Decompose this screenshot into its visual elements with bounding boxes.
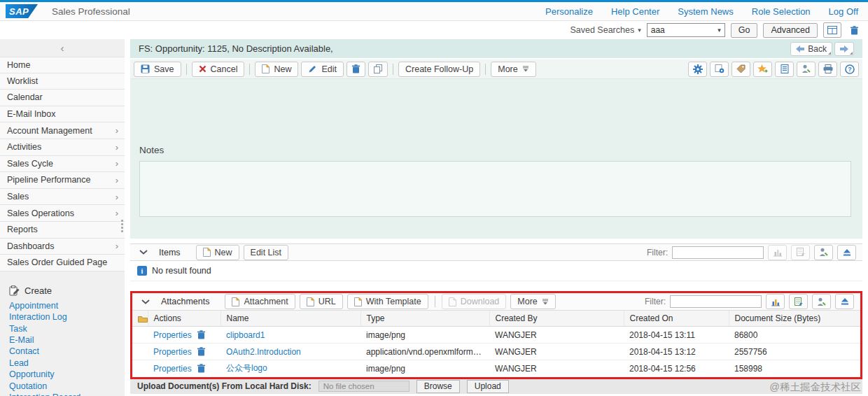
cancel-button[interactable]: Cancel xyxy=(192,62,245,77)
sidebar-item-sales-operations[interactable]: Sales Operations› xyxy=(0,205,125,222)
column-header-document-size[interactable]: Document Size (Bytes) xyxy=(729,311,860,327)
main-area: ‹ Home Worklist Calendar E-Mail Inbox Ac… xyxy=(0,39,868,396)
sidebar-item-sales-cycle[interactable]: Sales Cycle› xyxy=(0,156,125,173)
sidebar-item-pipeline-performance[interactable]: Pipeline Performance› xyxy=(0,172,125,189)
add-favorite-button[interactable] xyxy=(753,62,772,77)
chevron-down-icon xyxy=(141,299,150,304)
delete-attachment-button[interactable] xyxy=(197,364,205,373)
delete-attachment-button[interactable] xyxy=(197,347,205,356)
items-section: Items New Edit List Filter: xyxy=(130,243,862,281)
sidebar-item-worklist[interactable]: Worklist xyxy=(0,73,125,90)
url-button[interactable]: URL xyxy=(300,294,343,309)
attachment-name-link[interactable]: 公众号logo xyxy=(226,363,267,373)
sidebar-item-reports[interactable]: Reports xyxy=(0,222,125,239)
tags-button[interactable] xyxy=(732,62,750,77)
more-button[interactable]: More xyxy=(491,62,536,77)
items-edit-list-button[interactable]: Edit List xyxy=(244,245,288,260)
document-list-icon xyxy=(780,64,789,73)
sidebar-item-sales[interactable]: Sales› xyxy=(0,189,125,206)
personalize-page-button[interactable] xyxy=(710,62,729,77)
link-help-center[interactable]: Help Center xyxy=(611,6,659,17)
edit-button[interactable]: Edit xyxy=(301,62,344,77)
upload-label: Upload Document(s) From Local Hard Disk: xyxy=(137,381,312,391)
link-role-selection[interactable]: Role Selection xyxy=(752,6,811,17)
column-header-created-by[interactable]: Created By xyxy=(489,311,624,327)
column-header-actions[interactable]: Actions xyxy=(148,311,220,327)
delete-saved-search-button[interactable] xyxy=(847,26,861,35)
create-section: Create Appointment Interaction Log Task … xyxy=(0,285,125,396)
create-link-lead[interactable]: Lead xyxy=(9,358,125,369)
attachments-chart-button[interactable] xyxy=(766,294,785,309)
sidebar-resize-handle[interactable] xyxy=(121,220,123,232)
attachments-export-button[interactable] xyxy=(789,294,808,309)
create-link-opportunity[interactable]: Opportunity xyxy=(9,369,125,380)
notes-log-button[interactable] xyxy=(775,62,794,77)
link-personalize[interactable]: Personalize xyxy=(545,6,593,17)
go-button[interactable]: Go xyxy=(731,23,758,38)
help-button[interactable]: ? xyxy=(840,62,859,77)
items-filter-input[interactable] xyxy=(672,246,764,259)
saved-searches-dropdown[interactable]: Saved Searches ▾ xyxy=(570,25,640,35)
copy-button[interactable] xyxy=(368,62,388,77)
manage-saved-searches-button[interactable] xyxy=(823,22,841,38)
attachments-filter-input[interactable] xyxy=(670,295,762,308)
sidebar-item-home[interactable]: Home xyxy=(0,57,125,73)
with-template-button[interactable]: With Template xyxy=(347,294,428,309)
link-log-off[interactable]: Log Off xyxy=(829,6,858,17)
column-header-created-on[interactable]: Created On xyxy=(624,311,729,327)
save-button[interactable]: Save xyxy=(134,62,181,77)
settings-button[interactable] xyxy=(688,62,707,77)
properties-link[interactable]: Properties xyxy=(153,347,192,357)
attachments-collapse-panel-button[interactable] xyxy=(835,294,854,309)
delete-button[interactable] xyxy=(346,62,365,77)
browse-button[interactable]: Browse xyxy=(416,380,460,393)
chevron-right-icon: › xyxy=(115,125,118,136)
create-link-interaction-record[interactable]: Interaction Record xyxy=(9,392,125,396)
items-collapse-panel-button[interactable] xyxy=(837,245,856,260)
items-collapse-button[interactable] xyxy=(136,250,150,255)
delete-attachment-button[interactable] xyxy=(197,330,205,339)
attachments-collapse-button[interactable] xyxy=(139,299,153,304)
attachment-button[interactable]: Attachment xyxy=(225,294,295,309)
properties-link[interactable]: Properties xyxy=(153,364,192,374)
file-input[interactable]: No file chosen xyxy=(318,381,410,392)
sidebar-item-dashboards[interactable]: Dashboards› xyxy=(0,239,125,255)
window-grid-icon xyxy=(827,26,837,34)
create-link-task[interactable]: Task xyxy=(9,323,125,334)
table-corner-cell[interactable] xyxy=(132,311,148,327)
create-link-appointment[interactable]: Appointment xyxy=(9,300,125,311)
items-assign-person-button[interactable] xyxy=(814,245,833,260)
items-new-button[interactable]: New xyxy=(196,245,239,260)
attachments-more-button[interactable]: More xyxy=(510,294,555,309)
assign-person-button[interactable] xyxy=(797,62,816,77)
properties-link[interactable]: Properties xyxy=(153,330,192,340)
upload-button[interactable]: Upload xyxy=(467,380,509,393)
create-link-interaction-log[interactable]: Interaction Log xyxy=(9,311,125,323)
column-header-type[interactable]: Type xyxy=(360,311,489,327)
toolbar-right-icons: ? xyxy=(688,62,859,77)
create-follow-up-button[interactable]: Create Follow-Up xyxy=(398,62,480,77)
print-button[interactable] xyxy=(818,62,837,77)
sidebar-item-calendar[interactable]: Calendar xyxy=(0,90,125,106)
column-header-name[interactable]: Name xyxy=(220,311,360,327)
saved-search-select[interactable]: aaa ▾ xyxy=(647,23,725,37)
attachment-name-link[interactable]: OAuth2.Introduction xyxy=(226,347,301,357)
menu-more-icon xyxy=(522,66,529,72)
attachment-name-link[interactable]: clipboard1 xyxy=(226,330,265,340)
notes-label: Notes xyxy=(139,145,164,155)
create-link-contact[interactable]: Contact xyxy=(9,346,125,357)
sidebar-item-account-management[interactable]: Account Management› xyxy=(0,122,125,139)
advanced-button[interactable]: Advanced xyxy=(763,23,818,38)
sidebar-item-activities[interactable]: Activities› xyxy=(0,139,125,156)
sidebar-item-email-inbox[interactable]: E-Mail Inbox xyxy=(0,106,125,123)
create-link-email[interactable]: E-Mail xyxy=(9,334,125,346)
forward-button[interactable] xyxy=(834,42,854,56)
link-system-news[interactable]: System News xyxy=(678,6,733,17)
attachments-assign-person-button[interactable] xyxy=(812,294,831,309)
back-button[interactable]: Back xyxy=(790,42,832,56)
new-button[interactable]: New xyxy=(255,62,298,77)
notes-textarea[interactable] xyxy=(139,161,851,217)
sidebar-item-sales-order-guided-page[interactable]: Sales Order Guided Page xyxy=(0,255,125,271)
create-link-quotation[interactable]: Quotation xyxy=(9,381,125,392)
sidebar-collapse-button[interactable]: ‹ xyxy=(0,39,125,57)
